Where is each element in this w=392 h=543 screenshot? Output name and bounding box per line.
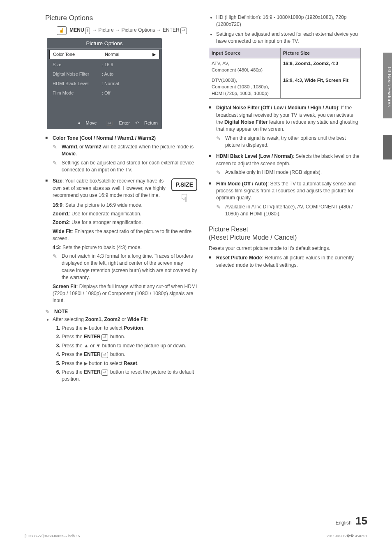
enter-icon: ⏎: [101, 334, 108, 340]
side-tab: 03 Basic Features: [383, 53, 392, 118]
hdmi-heading: HDMI Black Level (Low / Normal): [216, 153, 293, 159]
move-label: Move: [86, 120, 97, 125]
size-text: : Your cable box/satellite receiver may …: [53, 178, 166, 198]
text: After selecting: [53, 317, 85, 322]
text: : Enlarges the aspect ratio of the pictu…: [53, 229, 191, 241]
menu-path: ☝ MENU𝄃𝄃 → Picture → Picture Options → E…: [57, 26, 197, 35]
size-item: P.SIZE ☟ Size: Your cable box/satellite …: [45, 178, 197, 304]
bold: Zoom2: [53, 220, 69, 225]
note: When the signal is weak, try other optio…: [216, 135, 361, 149]
text: Press the: [62, 351, 84, 357]
bold: ENTER: [84, 334, 101, 340]
td: ATV, AV, Component (480i, 480p): [209, 58, 281, 75]
th-picture-size: Picture Size: [280, 48, 360, 58]
text: : Use for moderate magnification.: [69, 211, 141, 217]
size-mode: 4:3: Sets the picture to basic (4:3) mod…: [53, 244, 197, 251]
film-heading: Film Mode (Off / Auto): [216, 181, 267, 187]
size-mode: Zoom1: Use for moderate magnification.: [53, 210, 197, 217]
manual-page: 03 Basic Features Picture Options ☝ MENU…: [0, 0, 392, 543]
dnf-heading: Digital Noise Filter (Off / Low / Medium…: [216, 105, 338, 111]
steps-list: Press the ▶ button to select Position. P…: [53, 325, 197, 383]
menu-path-text: → Picture → Picture Options → ENTER: [92, 27, 180, 33]
osd-row-color-tone: Color Tone : Normal ▶: [49, 50, 159, 59]
bold: 16:9, 4:3, Wide Fit, Screen Fit: [283, 78, 348, 83]
note: Available only in HDMI mode (RGB signals…: [216, 169, 361, 176]
text: or: [78, 144, 85, 150]
enter-label: Enter: [119, 120, 130, 125]
td: 16:9, Zoom1, Zoom2, 4:3: [280, 58, 360, 75]
step: Press the ▶ button to select Position.: [62, 325, 197, 332]
top-bullets: HD (High Definition): 16:9 - 1080i/1080p…: [209, 14, 361, 45]
osd-value: : Auto: [102, 72, 156, 76]
osd-label: Size: [53, 62, 102, 67]
text: or: [120, 317, 127, 322]
osd-value: : 16:9: [102, 62, 156, 67]
right-column: HD (High Definition): 16:9 - 1080i/1080p…: [209, 12, 361, 386]
text: .: [76, 151, 77, 157]
enter-icon: ⏎: [106, 121, 113, 126]
left-column: Picture Options ☝ MENU𝄃𝄃 → Picture → Pic…: [45, 12, 197, 386]
bold: Zoom1: [53, 211, 69, 217]
size-mode: Zoom2: Use for a stronger magnification.: [53, 219, 197, 226]
osd-row: Size : 16:9: [49, 60, 159, 69]
size-mode: Screen Fit: Displays the full image with…: [53, 283, 197, 305]
note: Warm1 or Warm2 will be activated when th…: [53, 143, 197, 158]
step: Press the ▲ or ▼ button to move the pict…: [62, 342, 197, 349]
enter-icon: ⏎: [101, 370, 108, 376]
text: .: [143, 325, 144, 331]
text: : Use for a stronger magnification.: [69, 220, 143, 225]
osd-title: Picture Options: [47, 38, 162, 49]
bold: Zoom1, Zoom2: [85, 317, 120, 322]
th-input-source: Input Source: [209, 48, 281, 58]
psize-button: P.SIZE: [171, 178, 197, 191]
text: :: [147, 317, 148, 322]
hand-icon: ☟: [171, 193, 197, 204]
remote-icon: ☝: [57, 26, 67, 35]
color-tone-heading: Color Tone (Cool / Normal / Warm1 / Warm…: [53, 135, 156, 141]
print-left: [LD503-ZA]BN68-03829A.indb 15: [25, 534, 80, 538]
note: Available in ATV, DTV(interlace), AV, CO…: [216, 203, 361, 218]
step: Press the ▶ button to select Reset.: [62, 360, 197, 367]
bold: 16:9: [53, 202, 62, 208]
film-item: Film Mode (Off / Auto): Sets the TV to a…: [209, 180, 361, 218]
return-hint: ↶ Return: [135, 120, 158, 125]
enter-icon: ⏎: [180, 28, 187, 34]
osd-row: Film Mode : Off: [49, 89, 159, 97]
print-right: 2011-08-05 �� 4:46:51: [327, 534, 367, 538]
page-footer: English 15: [335, 515, 367, 527]
bold: Position: [124, 325, 143, 331]
note: Do not watch in 4:3 format for a long ti…: [53, 253, 197, 282]
bold: 16:9, Zoom1, Zoom2, 4:3: [283, 61, 338, 66]
text: will be activated when the picture mode …: [101, 144, 194, 150]
bold: Warm1: [62, 144, 78, 150]
note-bullet: After selecting Zoom1, Zoom2 or Wide Fit…: [53, 316, 197, 383]
size-label: Size: [53, 178, 62, 184]
note: Settings can be adjusted and stored for …: [53, 159, 197, 174]
return-label: Return: [144, 120, 158, 125]
text: Press the ▶ button to select: [62, 325, 124, 331]
text: Press the ▶ button to select: [62, 360, 124, 366]
enter-hint: ⏎ Enter: [102, 120, 129, 125]
lang-label: English: [335, 520, 351, 526]
enter-icon: ⏎: [101, 352, 108, 358]
text: Press the: [62, 334, 84, 340]
osd-row: HDMI Black Level : Normal: [49, 79, 159, 88]
dnf-item: Digital Noise Filter (Off / Low / Medium…: [209, 104, 361, 149]
osd-footer: ♦ Move ⏎ Enter ↶ Return: [47, 116, 162, 129]
input-source-table: Input Source Picture Size ATV, AV, Compo…: [209, 48, 361, 99]
note-label: NOTE: [54, 309, 68, 314]
bold: Reset Picture Mode: [216, 255, 262, 261]
arrow-right-icon: ▶: [152, 52, 156, 57]
osd-value: : Normal: [102, 52, 152, 57]
reset-title-1: Picture Reset: [209, 226, 248, 233]
reset-intro: Resets your current picture mode to it's…: [209, 245, 361, 251]
step: Press the ENTER⏎ button.: [62, 333, 197, 340]
text: button.: [109, 351, 125, 357]
text: : Sets the picture to basic (4:3) mode.: [60, 245, 141, 250]
size-mode: Wide Fit: Enlarges the aspect ratio of t…: [53, 228, 197, 243]
bold: Wide Fit: [127, 317, 147, 322]
osd-label: HDMI Black Level: [53, 81, 102, 86]
osd-row: Digital Noise Filter : Auto: [49, 70, 159, 78]
text: Press the ▲ or ▼ button to move the pict…: [62, 343, 186, 349]
menu-icon: 𝄃𝄃: [85, 28, 90, 34]
